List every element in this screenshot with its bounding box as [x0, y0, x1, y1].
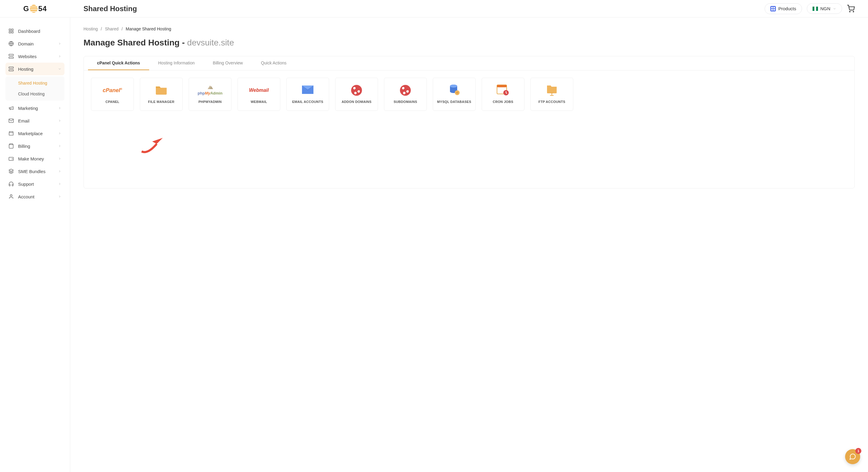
breadcrumb: Hosting / Shared / Manage Shared Hosting — [84, 27, 855, 31]
card-addon-domains[interactable]: ADDON DOMAINS — [335, 78, 378, 111]
grid-icon — [770, 6, 776, 11]
chat-icon — [849, 453, 856, 460]
page-title: Manage Shared Hosting - devsuite.site — [84, 38, 855, 47]
page-header-title: Shared Hosting — [84, 4, 765, 13]
svg-rect-9 — [9, 57, 13, 58]
breadcrumb-item[interactable]: Hosting — [84, 27, 98, 31]
card-ftp-accounts[interactable]: FTP ACCOUNTS — [530, 78, 573, 111]
card-file-manager[interactable]: FILE MANAGER — [140, 78, 183, 111]
chat-button[interactable]: 1 — [845, 449, 860, 464]
products-button[interactable]: Products — [765, 3, 802, 14]
chevron-right-icon — [58, 195, 61, 198]
sidebar-item-domain[interactable]: Domain — [5, 37, 64, 50]
card-subdomains[interactable]: SUBDOMAINS — [384, 78, 427, 111]
cpanel-icon: cPanel® — [103, 87, 122, 94]
tab-cpanel-quick-actions[interactable]: cPanel Quick Actions — [88, 56, 149, 70]
headphones-icon — [8, 181, 14, 187]
currency-label: NGN — [820, 6, 830, 11]
breadcrumb-current: Manage Shared Hosting — [126, 27, 171, 31]
svg-rect-32 — [552, 93, 552, 95]
sidebar-item-label: Domain — [18, 41, 34, 46]
phpmyadmin-icon: phpMyAdmin — [198, 86, 222, 95]
chevron-right-icon — [58, 106, 61, 110]
sidebar-item-label: Email — [18, 118, 30, 124]
chevron-right-icon — [58, 182, 61, 186]
card-email-accounts[interactable]: EMAIL ACCOUNTS — [286, 78, 329, 111]
store-icon — [8, 131, 14, 136]
svg-rect-33 — [550, 95, 554, 96]
svg-rect-31 — [551, 93, 553, 93]
panel: cPanel Quick ActionsHosting InformationB… — [84, 56, 855, 189]
card-label: MYSQL DATABASES — [437, 100, 471, 104]
svg-point-25 — [450, 85, 457, 88]
chevron-down-icon — [833, 7, 836, 10]
card-phpmyadmin[interactable]: phpMyAdminPHPMYADMIN — [189, 78, 231, 111]
header: G54 Shared Hosting Products NGN — [0, 0, 868, 18]
sidebar-item-account[interactable]: Account — [5, 190, 64, 203]
sidebar-item-marketing[interactable]: Marketing — [5, 102, 64, 114]
sidebar-item-hosting[interactable]: Hosting — [5, 63, 64, 75]
chat-badge: 1 — [855, 448, 861, 454]
card-label: EMAIL ACCOUNTS — [292, 100, 323, 104]
tab-billing-overview[interactable]: Billing Overview — [204, 56, 252, 70]
card-mysql-databases[interactable]: MYSQL DATABASES — [433, 78, 475, 111]
svg-rect-10 — [9, 67, 13, 68]
svg-point-17 — [10, 195, 12, 196]
ftp-folder-icon — [546, 84, 558, 97]
sidebar-subitem-shared-hosting[interactable]: Shared Hosting — [5, 78, 64, 89]
svg-rect-4 — [12, 32, 13, 33]
sidebar-item-label: Marketing — [18, 106, 38, 111]
chevron-right-icon — [58, 42, 61, 45]
webmail-icon: Webmail — [249, 88, 269, 93]
envelope-icon — [301, 84, 314, 96]
database-icon — [448, 84, 460, 97]
card-cron-jobs[interactable]: CRON JOBS — [482, 78, 524, 111]
currency-selector[interactable]: NGN — [807, 3, 842, 14]
svg-point-15 — [12, 159, 13, 159]
svg-rect-2 — [9, 29, 10, 30]
logo-area: G54 — [0, 4, 70, 13]
logo[interactable]: G54 — [23, 4, 47, 13]
sidebar-subitem-cloud-hosting[interactable]: Cloud Hosting — [5, 89, 64, 99]
nigeria-flag-icon — [812, 7, 818, 11]
sidebar-item-make-money[interactable]: Make Money — [5, 152, 64, 165]
tab-quick-actions[interactable]: Quick Actions — [252, 56, 296, 70]
calendar-clock-icon — [496, 84, 510, 97]
sidebar-item-websites[interactable]: Websites — [5, 50, 64, 63]
logo-sun-icon — [30, 5, 38, 13]
sidebar-item-label: Billing — [18, 144, 30, 149]
svg-rect-3 — [12, 29, 13, 30]
card-label: CPANEL — [105, 100, 119, 104]
sidebar-item-sme-bundles[interactable]: SME Bundles — [5, 165, 64, 178]
svg-rect-5 — [9, 32, 10, 33]
svg-point-0 — [849, 11, 850, 12]
sidebar-item-dashboard[interactable]: Dashboard — [5, 25, 64, 37]
sidebar-item-billing[interactable]: Billing — [5, 140, 64, 152]
card-label: CRON JOBS — [493, 100, 513, 104]
card-label: SUBDOMAINS — [394, 100, 417, 104]
sidebar-item-support[interactable]: Support — [5, 178, 64, 190]
svg-rect-18 — [156, 88, 167, 95]
globe-icon — [400, 85, 411, 96]
layers-icon — [8, 169, 14, 174]
svg-rect-11 — [9, 70, 13, 71]
sidebar-item-label: Hosting — [18, 67, 33, 72]
bag-icon — [8, 143, 14, 149]
svg-marker-16 — [9, 169, 13, 172]
card-webmail[interactable]: WebmailWEBMAIL — [238, 78, 280, 111]
tab-hosting-information[interactable]: Hosting Information — [149, 56, 204, 70]
sidebar-item-label: Marketplace — [18, 131, 43, 136]
folder-icon — [155, 84, 168, 96]
cart-icon[interactable] — [847, 5, 855, 13]
sidebar-item-marketplace[interactable]: Marketplace — [5, 127, 64, 140]
card-label: ADDON DOMAINS — [341, 100, 371, 104]
breadcrumb-item[interactable]: Shared — [105, 27, 119, 31]
card-cpanel[interactable]: cPanel®CPANEL — [91, 78, 134, 111]
globe-icon — [351, 85, 362, 96]
card-label: FTP ACCOUNTS — [538, 100, 565, 104]
chevron-down-icon — [58, 67, 61, 71]
chevron-right-icon — [58, 169, 61, 173]
dashboard-icon — [8, 28, 14, 34]
sidebar-item-email[interactable]: Email — [5, 114, 64, 127]
megaphone-icon — [8, 105, 14, 111]
